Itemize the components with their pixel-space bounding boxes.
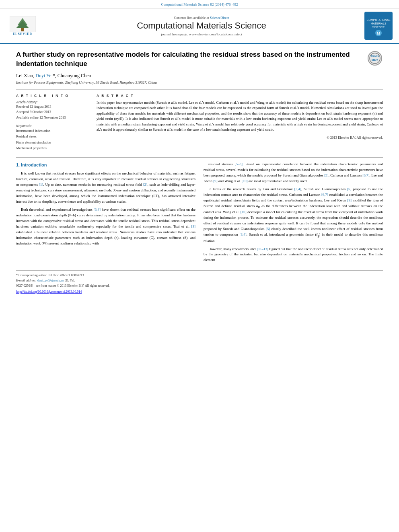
svg-text:MATERIALS: MATERIALS <box>370 22 386 25</box>
keyword-4: Mechanical properties <box>16 145 88 151</box>
journal-homepage: journal homepage: www.elsevier.com/locat… <box>43 32 360 36</box>
author-duyi-ye-link[interactable]: Duyi Ye <box>35 73 51 78</box>
svg-rect-3 <box>21 28 24 31</box>
keyword-1: Instrumented indentation <box>16 128 88 134</box>
ref-10b-link[interactable]: [10] <box>241 210 247 214</box>
svg-text:M: M <box>377 31 380 35</box>
email-note: E-mail address: duyi_ye@zju.edu.cn (D. Y… <box>16 278 383 283</box>
ref-10-link[interactable]: [10] <box>242 179 248 183</box>
right-para-3: However, many researchers later [11–13] … <box>204 246 383 263</box>
introduction-heading: 1. Introduction <box>16 162 195 168</box>
email-link[interactable]: duyi_ye@zju.edu.cn <box>37 279 64 282</box>
doi-line: http://dx.doi.org/10.1016/j.commatsci.20… <box>16 290 383 295</box>
main-text-columns: 1. Introduction It is well known that re… <box>16 162 383 265</box>
journal-thumbnail: COMPUTATIONAL MATERIALS SCIENCE M <box>364 12 393 40</box>
ref-9b-link[interactable]: [9] <box>347 198 352 202</box>
doi-link[interactable]: http://dx.doi.org/10.1016/j.commatsci.20… <box>16 290 82 294</box>
intro-para-2: Both theoretical and experimental invest… <box>16 207 195 246</box>
ref-67-link[interactable]: [6,7] <box>362 173 369 177</box>
svg-text:SCIENCE: SCIENCE <box>372 26 385 29</box>
svg-text:Mark: Mark <box>372 58 378 61</box>
issn-line: 0927-0256/$ – see front matter © 2013 El… <box>16 283 383 289</box>
ref-58-link[interactable]: [5–8] <box>235 162 243 166</box>
sciencedirect-link[interactable]: ScienceDirect <box>210 16 229 20</box>
keyword-2: Residual stress <box>16 134 88 139</box>
accepted-date: Accepted 9 October 2013 <box>16 109 88 115</box>
journal-name: Computational Materials Science <box>43 21 360 31</box>
article-info-panel: A R T I C L E I N F O Article history: R… <box>16 94 88 151</box>
right-para-2: In terms of the research results by Tsui… <box>204 187 383 244</box>
contents-available-line: Contents lists available at ScienceDirec… <box>43 16 360 20</box>
authors-line: Lei Xiao, Duyi Ye *, Chuanyong Chen <box>16 73 383 79</box>
ref-5b-link[interactable]: [5] <box>347 187 352 191</box>
right-para-1: residual stresses [5–8]. Based on experi… <box>204 162 383 184</box>
email-person: (D. Ye). <box>65 279 75 282</box>
journal-reference-bar: Computational Materials Science 82 (2014… <box>0 0 399 8</box>
abstract-heading: A B S T R A C T <box>97 94 383 98</box>
journal-header: ELSEVIER Contents lists available at Sci… <box>0 8 399 44</box>
section-divider <box>16 157 383 158</box>
corresponding-author-note: * Corresponding author. Tel./fax: +86 57… <box>16 273 383 278</box>
journal-center-header: Contents lists available at ScienceDirec… <box>39 16 364 36</box>
ref-3-link[interactable]: [3] <box>191 224 196 228</box>
ref-9-link[interactable]: [9] <box>213 179 218 183</box>
footnotes-section: * Corresponding author. Tel./fax: +86 57… <box>16 270 383 294</box>
ref-34-link[interactable]: [3,4] <box>94 207 101 212</box>
article-dates: Received 12 August 2013 Accepted 9 Octob… <box>16 104 88 121</box>
elsevier-logo: ELSEVIER <box>6 16 39 36</box>
title-area: A further study on representative models… <box>16 50 383 69</box>
ref-2-link[interactable]: [2] <box>143 183 148 187</box>
journal-reference-text: Computational Materials Science 82 (2014… <box>161 2 238 6</box>
affiliation: Institute for Process Equipments, Zhejia… <box>16 80 383 84</box>
elsevier-tree-icon <box>10 16 36 32</box>
crossmark-icon: Cross Mark <box>368 51 382 66</box>
crossmark-area: Cross Mark <box>367 50 383 66</box>
article-body: A further study on representative models… <box>0 44 399 301</box>
abstract-section: A B S T R A C T In this paper four repre… <box>97 94 383 151</box>
ref-5c-link[interactable]: [5] <box>266 227 270 231</box>
column-left: 1. Introduction It is well known that re… <box>16 162 195 265</box>
svg-text:COMPUTATIONAL: COMPUTATIONAL <box>366 18 390 21</box>
elsevier-brand-text: ELSEVIER <box>13 32 32 36</box>
ref-34c-link[interactable]: [3,4] <box>240 232 247 236</box>
ref-1113-link[interactable]: [11–13] <box>257 247 268 251</box>
abstract-paragraph: In this paper four representative models… <box>97 100 383 133</box>
ref-1-link[interactable]: [1] <box>39 183 43 187</box>
keywords-section: Keywords: Instrumented indentation Resid… <box>16 124 88 151</box>
ref-67b-link[interactable]: [6,7] <box>321 193 328 197</box>
received-date: Received 12 August 2013 <box>16 104 88 110</box>
abstract-text: In this paper four representative models… <box>97 100 383 140</box>
article-title: A further study on representative models… <box>16 50 363 69</box>
ref-34b-link[interactable]: [3,4] <box>294 187 301 191</box>
available-date: Available online 12 November 2013 <box>16 115 88 121</box>
keywords-list: Instrumented indentation Residual stress… <box>16 128 88 151</box>
info-abstract-section: A R T I C L E I N F O Article history: R… <box>16 89 383 151</box>
keywords-label: Keywords: <box>16 124 88 128</box>
email-label: E-mail address: <box>16 279 37 282</box>
column-right: residual stresses [5–8]. Based on experi… <box>204 162 383 265</box>
article-info-heading: A R T I C L E I N F O <box>16 94 88 98</box>
svg-text:Cross: Cross <box>371 55 379 58</box>
ref-5-link[interactable]: [5] <box>324 173 329 177</box>
copyright-line: © 2013 Elsevier B.V. All rights reserved… <box>97 135 383 140</box>
keyword-3: Finite element simulation <box>16 140 88 145</box>
article-history-label: Article history: <box>16 100 88 104</box>
intro-para-1: It is well known that residual stresses … <box>16 171 195 205</box>
